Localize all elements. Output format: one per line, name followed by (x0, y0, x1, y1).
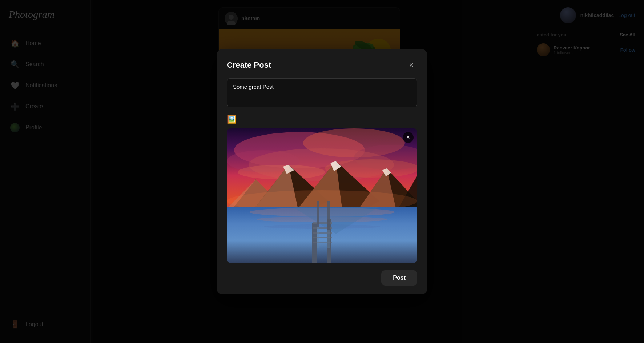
svg-rect-53 (317, 201, 319, 227)
modal-overlay[interactable]: Create Post × Some great Post 🖼️ (0, 0, 644, 343)
svg-rect-55 (317, 227, 319, 248)
svg-rect-56 (327, 230, 330, 248)
create-post-modal: Create Post × Some great Post 🖼️ (217, 49, 427, 294)
modal-image-container: × (227, 128, 417, 263)
modal-uploaded-image (227, 128, 417, 263)
mountain-scene-svg (227, 128, 417, 263)
modal-close-button[interactable]: × (406, 59, 417, 71)
modal-footer: Post (227, 270, 417, 286)
svg-rect-54 (327, 201, 330, 230)
modal-title: Create Post (227, 60, 271, 70)
post-submit-button[interactable]: Post (381, 270, 417, 286)
modal-header: Create Post × (227, 59, 417, 71)
image-remove-button[interactable]: × (403, 132, 414, 143)
post-text-input[interactable]: Some great Post (227, 78, 417, 107)
image-upload-button[interactable]: 🖼️ (227, 115, 417, 124)
